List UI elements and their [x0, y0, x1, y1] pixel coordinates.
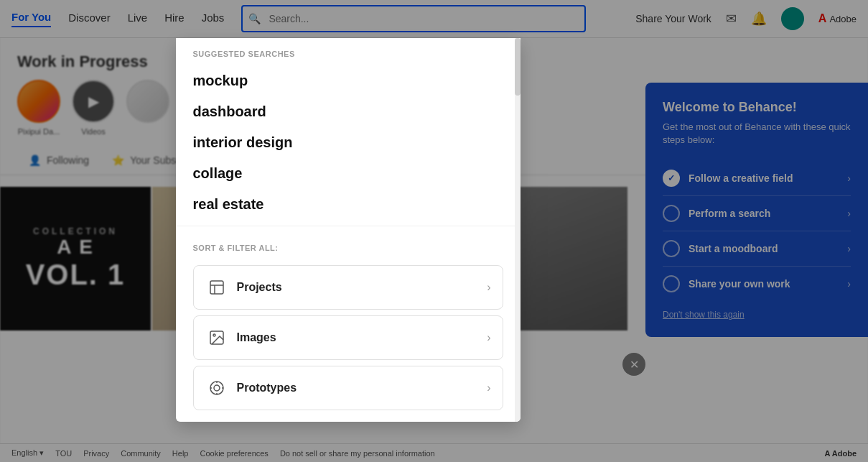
- sort-filter-header: SORT & FILTER ALL:: [176, 232, 521, 259]
- suggestion-dashboard[interactable]: dashboard: [193, 96, 503, 127]
- filter-left: Images: [205, 326, 276, 349]
- search-dropdown: SUGGESTED SEARCHES mockup dashboard inte…: [176, 38, 521, 422]
- filter-list: Projects › Images ›: [176, 259, 521, 422]
- svg-point-2: [213, 334, 215, 336]
- suggested-list: mockup dashboard interior design collage…: [176, 65, 521, 220]
- images-arrow-icon: ›: [487, 331, 490, 344]
- scrollbar-thumb[interactable]: [515, 38, 521, 96]
- svg-rect-0: [210, 281, 223, 294]
- suggestion-interior-design[interactable]: interior design: [193, 127, 503, 158]
- suggestion-collage[interactable]: collage: [193, 158, 503, 189]
- filter-left: Projects: [205, 276, 282, 299]
- filter-projects[interactable]: Projects ›: [193, 265, 503, 310]
- images-icon: [205, 326, 228, 349]
- suggestion-mockup[interactable]: mockup: [193, 65, 503, 96]
- prototypes-label: Prototypes: [237, 382, 297, 394]
- svg-point-4: [214, 385, 220, 391]
- filter-left: Prototypes: [205, 376, 297, 399]
- svg-point-3: [210, 382, 223, 394]
- suggestion-real-estate[interactable]: real estate: [193, 189, 503, 220]
- scrollbar-track: [515, 38, 521, 422]
- filter-prototypes[interactable]: Prototypes ›: [193, 366, 503, 410]
- projects-icon: [205, 276, 228, 299]
- projects-arrow-icon: ›: [487, 281, 490, 294]
- projects-label: Projects: [237, 281, 282, 294]
- filter-images[interactable]: Images ›: [193, 315, 503, 360]
- prototypes-icon: [205, 376, 228, 399]
- suggested-searches-header: SUGGESTED SEARCHES: [176, 38, 521, 65]
- images-label: Images: [237, 331, 276, 344]
- dropdown-scroll: SUGGESTED SEARCHES mockup dashboard inte…: [176, 38, 521, 422]
- divider: [176, 226, 521, 226]
- prototypes-arrow-icon: ›: [487, 382, 490, 394]
